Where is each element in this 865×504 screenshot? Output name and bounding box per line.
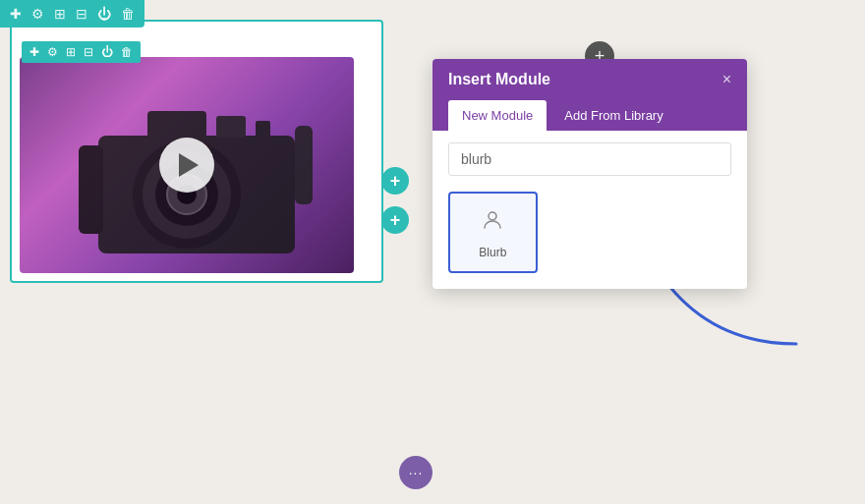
add-icon[interactable]: ✚ — [10, 6, 22, 22]
columns-icon[interactable]: ⊟ — [76, 6, 87, 22]
top-toolbar: ✚ ⚙ ⊞ ⊟ ⏻ 🗑 — [0, 0, 144, 28]
row-container: ✚ ⚙ ⊞ ⊟ ⏻ 🗑 — [10, 20, 383, 283]
power-icon[interactable]: ⏻ — [97, 6, 111, 22]
module-item-blurb[interactable]: Blurb — [448, 192, 538, 273]
settings-icon[interactable]: ⚙ — [31, 6, 44, 22]
blurb-icon — [481, 209, 504, 238]
tab-new-module[interactable]: New Module — [448, 100, 547, 131]
add-row-top-button[interactable]: + — [381, 167, 409, 195]
add-row-bottom-button[interactable]: + — [381, 206, 409, 234]
play-button[interactable] — [159, 138, 214, 193]
crop-icon[interactable]: ⊞ — [54, 6, 66, 22]
row-add-icon[interactable]: ✚ — [29, 45, 39, 59]
row-columns-icon[interactable]: ⊟ — [84, 45, 93, 59]
panel-search — [432, 131, 747, 184]
svg-rect-5 — [216, 116, 246, 138]
panel-tabs: New Module Add From Library — [432, 100, 747, 131]
trash-icon[interactable]: 🗑 — [121, 6, 135, 22]
svg-rect-7 — [79, 145, 103, 234]
panel-close-button[interactable]: × — [722, 71, 731, 88]
svg-point-11 — [489, 212, 496, 220]
insert-module-panel: Insert Module × New Module Add From Libr… — [432, 59, 747, 289]
module-blurb-label: Blurb — [479, 246, 506, 259]
row-settings-icon[interactable]: ⚙ — [47, 45, 58, 59]
panel-header: Insert Module × — [432, 59, 747, 100]
svg-rect-4 — [147, 111, 206, 139]
module-search-input[interactable] — [448, 142, 731, 176]
row-toolbar: ✚ ⚙ ⊞ ⊟ ⏻ 🗑 — [22, 41, 141, 63]
panel-title: Insert Module — [448, 71, 550, 88]
svg-rect-10 — [295, 126, 313, 204]
row-power-icon[interactable]: ⏻ — [101, 45, 113, 59]
tab-add-from-library[interactable]: Add From Library — [550, 100, 676, 131]
video-thumbnail — [20, 57, 354, 273]
row-trash-icon[interactable]: 🗑 — [121, 45, 133, 59]
svg-rect-6 — [256, 121, 270, 155]
more-options-button[interactable]: ··· — [399, 456, 432, 489]
row-crop-icon[interactable]: ⊞ — [66, 45, 76, 59]
module-grid: Blurb — [432, 184, 747, 289]
